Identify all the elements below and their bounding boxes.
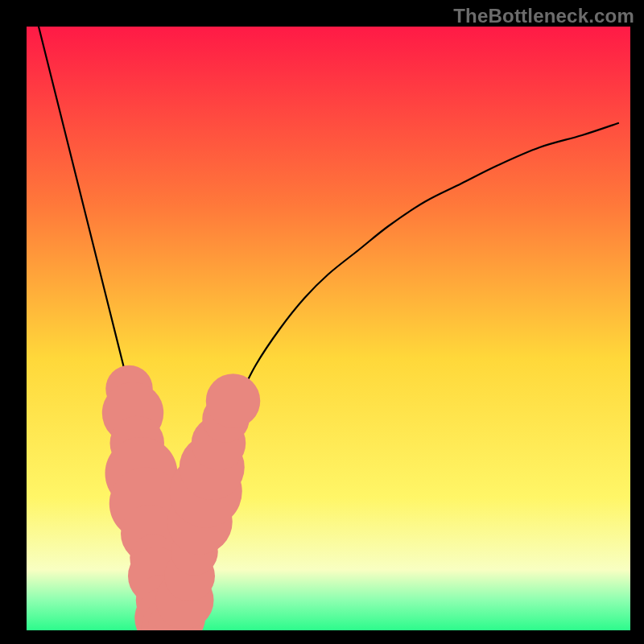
gradient-background: [27, 27, 630, 630]
curve-marker: [206, 374, 261, 428]
plot-area: [27, 27, 630, 630]
chart-frame: TheBottleneck.com: [0, 0, 644, 644]
bottleneck-chart: [27, 27, 630, 630]
watermark-label: TheBottleneck.com: [453, 5, 634, 27]
